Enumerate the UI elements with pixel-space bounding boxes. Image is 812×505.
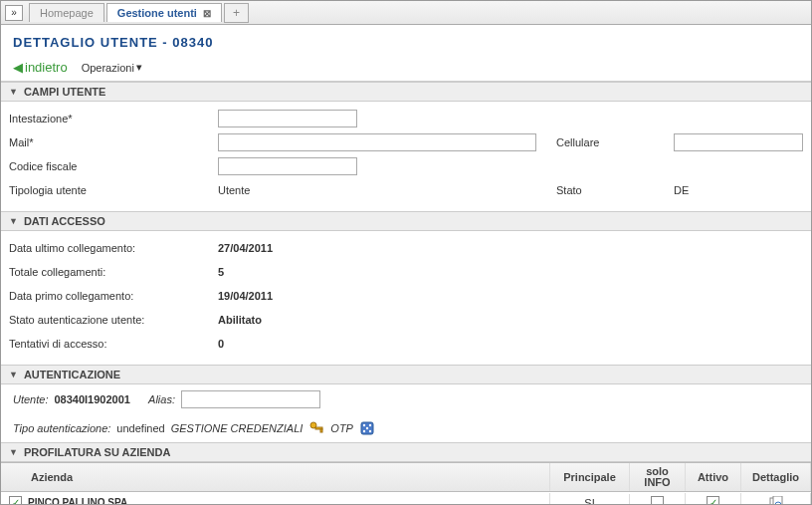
- cellulare-label: Cellulare: [556, 136, 656, 148]
- svg-rect-2: [320, 429, 322, 432]
- back-button[interactable]: ◀ indietro: [13, 60, 68, 75]
- alias-input[interactable]: [181, 390, 320, 408]
- check-icon: ✓: [12, 497, 20, 505]
- section-campi-utente[interactable]: ▼ CAMPI UTENTE: [1, 82, 811, 102]
- stato-value: DE: [674, 184, 803, 196]
- mail-input[interactable]: [218, 133, 536, 151]
- operations-label: Operazioni: [82, 62, 134, 74]
- chevron-down-icon: ▾: [136, 61, 142, 74]
- stato-label: Stato: [556, 184, 656, 196]
- tab-gestione-utenti[interactable]: Gestione utenti ⊠: [106, 3, 222, 22]
- tipo-auth-value: undefined: [116, 422, 164, 434]
- primo-value: 19/04/2011: [218, 290, 273, 302]
- col-attivo: Attivo: [686, 463, 741, 491]
- col-azienda: Azienda: [1, 463, 550, 491]
- collapse-icon: ▼: [9, 370, 18, 379]
- utente-label: Utente:: [13, 393, 48, 405]
- svg-point-6: [366, 427, 368, 429]
- cellulare-input[interactable]: [674, 133, 803, 151]
- codice-fiscale-label: Codice fiscale: [9, 160, 218, 172]
- totale-value: 5: [218, 266, 224, 278]
- collapse-icon: ▼: [9, 87, 18, 97]
- stato-auth-value: Abilitato: [218, 314, 262, 326]
- row-checkbox[interactable]: ✓: [9, 496, 22, 505]
- svg-point-4: [363, 424, 365, 426]
- arrow-left-icon: ◀: [13, 60, 23, 75]
- section-title: DATI ACCESSO: [24, 215, 105, 227]
- close-icon[interactable]: ⊠: [203, 8, 211, 19]
- svg-point-8: [369, 430, 371, 432]
- tab-homepage[interactable]: Homepage: [29, 3, 104, 22]
- section-title: CAMPI UTENTE: [24, 86, 106, 98]
- operations-menu[interactable]: Operazioni ▾: [82, 61, 142, 74]
- dice-icon[interactable]: [359, 420, 375, 436]
- intestazione-label: Intestazione*: [9, 113, 218, 125]
- mail-label: Mail*: [9, 136, 218, 148]
- collapse-icon: ▼: [9, 447, 18, 457]
- ultimo-label: Data ultimo collegamento:: [9, 242, 218, 254]
- svg-point-5: [369, 424, 371, 426]
- col-solo-info: solo INFO: [630, 463, 686, 491]
- alias-label: Alias:: [148, 393, 175, 405]
- check-icon: ✓: [710, 497, 717, 505]
- tentativi-value: 0: [218, 338, 224, 350]
- tentativi-label: Tentativi di accesso:: [9, 338, 218, 350]
- tipologia-value: Utente: [218, 184, 536, 196]
- section-title: PROFILATURA SU AZIENDA: [24, 446, 170, 458]
- detail-icon[interactable]: [769, 496, 783, 506]
- section-title: AUTENTICAZIONE: [24, 369, 120, 380]
- intestazione-input[interactable]: [218, 110, 357, 127]
- ultimo-value: 27/04/2011: [218, 242, 273, 254]
- stato-auth-label: Stato autenticazione utente:: [9, 314, 218, 326]
- col-dettaglio: Dettaglio: [741, 463, 811, 491]
- expand-tabs-button[interactable]: »: [5, 5, 23, 21]
- auth-row-2: Tipo autenticazione: undefined GESTIONE …: [1, 414, 811, 442]
- codice-fiscale-input[interactable]: [218, 157, 357, 175]
- tab-label: Homepage: [40, 7, 94, 19]
- dati-accesso-body: Data ultimo collegamento:27/04/2011 Tota…: [1, 231, 811, 365]
- svg-point-7: [363, 430, 365, 432]
- attivo-checkbox[interactable]: ✓: [707, 496, 719, 505]
- collapse-icon: ▼: [9, 216, 18, 226]
- new-tab-button[interactable]: +: [224, 3, 249, 23]
- tab-bar: » Homepage Gestione utenti ⊠ +: [1, 1, 811, 25]
- auth-row-1: Utente: 08340I1902001 Alias:: [1, 384, 811, 414]
- back-label: indietro: [25, 60, 68, 75]
- totale-label: Totale collegamenti:: [9, 266, 218, 278]
- page-title: DETTAGLIO UTENTE - 08340: [1, 25, 811, 58]
- primo-label: Data primo collegamento:: [9, 290, 218, 302]
- col-principale: Principale: [550, 463, 630, 491]
- tipologia-label: Tipologia utente: [9, 184, 218, 196]
- toolbar: ◀ indietro Operazioni ▾: [1, 58, 811, 82]
- tipo-auth-label: Tipo autenticazione:: [13, 422, 110, 434]
- tab-label: Gestione utenti: [117, 7, 197, 19]
- section-autenticazione[interactable]: ▼ AUTENTICAZIONE: [1, 365, 811, 384]
- table-row: ✓ PINCO PALLINO SPA SI ✓: [1, 492, 811, 505]
- section-profilatura[interactable]: ▼ PROFILATURA SU AZIENDA: [1, 442, 811, 462]
- gestione-credenziali-link[interactable]: GESTIONE CREDENZIALI: [171, 422, 304, 434]
- table-header: Azienda Principale solo INFO Attivo Dett…: [1, 462, 811, 492]
- solo-info-checkbox[interactable]: [651, 496, 664, 505]
- campi-utente-body: Intestazione* Mail* Cellulare Codice fis…: [1, 102, 811, 211]
- utente-value: 08340I1902001: [54, 393, 129, 405]
- otp-link[interactable]: OTP: [330, 422, 353, 434]
- principale-value: SI: [550, 494, 630, 506]
- azienda-value: PINCO PALLINO SPA: [28, 497, 127, 505]
- keys-icon[interactable]: [308, 420, 324, 436]
- section-dati-accesso[interactable]: ▼ DATI ACCESSO: [1, 211, 811, 231]
